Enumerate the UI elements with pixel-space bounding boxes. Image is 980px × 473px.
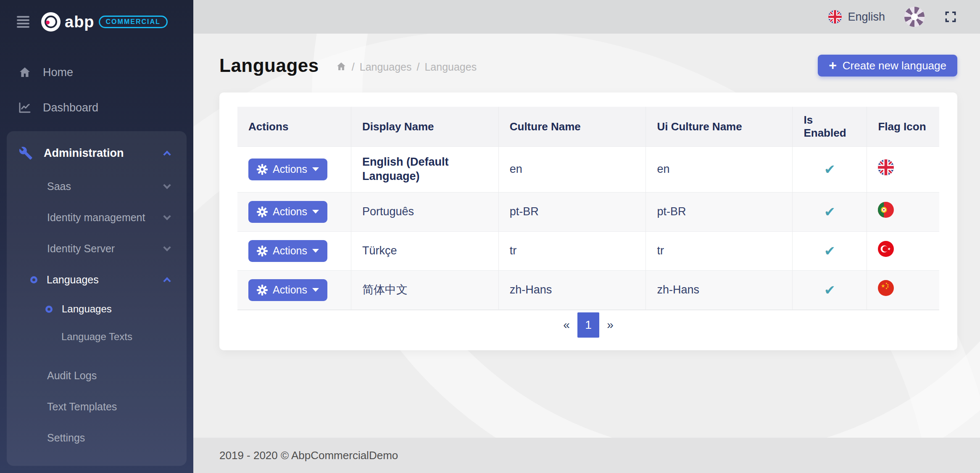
sidebar-item-label: Settings xyxy=(47,432,85,444)
sidebar-item-label: Home xyxy=(43,66,73,79)
uk-flag-icon xyxy=(828,10,842,24)
administration-group: Administration Saas Identity management … xyxy=(7,131,187,466)
actions-button-label: Actions xyxy=(273,206,307,218)
sidebar-item-text-templates[interactable]: Text Templates xyxy=(7,391,187,422)
sidebar-nav: Home Dashboard Administration xyxy=(0,44,193,466)
home-icon xyxy=(18,66,32,79)
sidebar-item-label: Text Templates xyxy=(47,401,117,413)
previous-page-button[interactable]: « xyxy=(556,312,577,338)
sidebar-item-languages[interactable]: Languages xyxy=(7,264,187,295)
actions-button-label: Actions xyxy=(273,245,307,257)
cell-culture-name: zh-Hans xyxy=(498,270,646,309)
row-actions-button[interactable]: Actions xyxy=(248,240,327,262)
wrench-icon xyxy=(18,146,33,160)
enabled-check-icon: ✔ xyxy=(824,283,835,298)
language-label: English xyxy=(848,11,885,24)
languages-table-card: Actions Display Name Culture Name Ui Cul… xyxy=(219,92,957,350)
create-button-label: Create new language xyxy=(843,59,946,72)
languages-table: Actions Display Name Culture Name Ui Cul… xyxy=(237,107,939,310)
column-header-flag-icon: Flag Icon xyxy=(867,107,939,147)
sidebar-item-identity-management[interactable]: Identity management xyxy=(7,202,187,233)
cell-display-name: 简体中文 xyxy=(351,270,499,309)
cell-display-name: English (Default Language) xyxy=(362,156,449,182)
sidebar-item-languages-child[interactable]: Languages xyxy=(7,295,187,323)
sidebar-item-settings[interactable]: Settings xyxy=(7,422,187,453)
table-row: Actions Türkçe tr tr ✔ xyxy=(237,231,939,270)
abp-logo[interactable]: abp COMMERCIAL xyxy=(41,12,168,32)
caret-down-icon xyxy=(312,249,319,253)
portugal-flag-icon xyxy=(878,202,894,218)
gear-icon xyxy=(257,246,268,256)
active-bullet-icon xyxy=(30,276,37,283)
dashboard-chart-icon xyxy=(18,101,32,114)
cell-ui-culture-name: tr xyxy=(646,231,793,270)
table-row: Actions 简体中文 zh-Hans zh-Hans ✔ xyxy=(237,270,939,309)
table-row: Actions English (Default Language) en en… xyxy=(237,147,939,193)
enabled-check-icon: ✔ xyxy=(824,162,835,177)
topbar: English xyxy=(193,0,980,34)
sidebar-item-audit-logs[interactable]: Audit Logs xyxy=(7,360,187,391)
app-root: abp COMMERCIAL Home Dashboard xyxy=(0,0,980,473)
sidebar-item-label: Language Texts xyxy=(61,331,132,343)
column-header-is-enabled: Is Enabled xyxy=(793,107,867,147)
logo-badge: COMMERCIAL xyxy=(99,16,168,28)
sidebar-item-administration[interactable]: Administration xyxy=(7,135,187,171)
cell-ui-culture-name: zh-Hans xyxy=(646,270,793,309)
page-1-button[interactable]: 1 xyxy=(577,312,599,338)
row-actions-button[interactable]: Actions xyxy=(248,279,327,301)
abp-logo-icon xyxy=(41,12,61,32)
gear-icon xyxy=(257,206,268,217)
cell-ui-culture-name: pt-BR xyxy=(646,192,793,231)
fullscreen-icon[interactable] xyxy=(944,10,957,24)
page-title: Languages xyxy=(219,55,319,76)
enabled-check-icon: ✔ xyxy=(824,204,835,219)
page-header: Languages / Languages / Languages + Crea… xyxy=(219,55,957,77)
caret-down-icon xyxy=(312,167,319,171)
caret-down-icon xyxy=(312,210,319,214)
sidebar-item-language-texts[interactable]: Language Texts xyxy=(7,323,187,351)
table-row: Actions Português pt-BR pt-BR ✔ xyxy=(237,192,939,231)
breadcrumb-item[interactable]: Languages xyxy=(360,61,412,73)
main-area: English Languages / Languages / Language… xyxy=(193,0,980,473)
sidebar-item-label: Identity management xyxy=(47,211,145,224)
sidebar-item-label: Dashboard xyxy=(43,101,98,114)
cell-culture-name: pt-BR xyxy=(498,192,646,231)
sidebar-item-identity-server[interactable]: Identity Server xyxy=(7,233,187,264)
united-kingdom-flag-icon xyxy=(878,159,894,175)
create-new-language-button[interactable]: + Create new language xyxy=(818,55,957,77)
brand-row: abp COMMERCIAL xyxy=(0,0,193,44)
sidebar-item-home[interactable]: Home xyxy=(0,55,193,90)
breadcrumb-separator: / xyxy=(352,61,355,73)
sidebar-item-saas[interactable]: Saas xyxy=(7,171,187,202)
cell-display-name: Português xyxy=(351,192,499,231)
chevron-down-icon xyxy=(163,212,171,220)
copyright-text: 2019 - 2020 © AbpCommercialDemo xyxy=(219,449,398,462)
table-header-row: Actions Display Name Culture Name Ui Cul… xyxy=(237,107,939,147)
language-switcher[interactable]: English xyxy=(828,10,885,24)
enabled-check-icon: ✔ xyxy=(824,243,835,259)
sidebar-item-label: Identity Server xyxy=(47,243,115,255)
sidebar-item-label: Languages xyxy=(47,274,99,286)
next-page-button[interactable]: » xyxy=(599,312,621,338)
actions-button-label: Actions xyxy=(273,284,307,296)
sidebar-item-label: Administration xyxy=(44,147,124,160)
gear-icon xyxy=(257,164,268,175)
menu-toggle-icon[interactable] xyxy=(17,14,29,29)
user-avatar[interactable] xyxy=(904,7,925,27)
sidebar: abp COMMERCIAL Home Dashboard xyxy=(0,0,193,473)
column-header-actions: Actions xyxy=(237,107,351,147)
china-flag-icon xyxy=(878,280,894,296)
breadcrumb-item[interactable]: Languages xyxy=(424,61,477,73)
chevron-down-icon xyxy=(163,181,171,189)
sidebar-item-dashboard[interactable]: Dashboard xyxy=(0,90,193,125)
sidebar-item-label: Languages xyxy=(62,303,112,315)
breadcrumb-home-icon[interactable] xyxy=(336,62,347,72)
cell-culture-name: en xyxy=(498,147,646,193)
row-actions-button[interactable]: Actions xyxy=(248,159,327,180)
caret-down-icon xyxy=(312,288,319,292)
chevron-up-icon xyxy=(163,151,171,158)
row-actions-button[interactable]: Actions xyxy=(248,201,327,223)
chevron-down-icon xyxy=(163,243,171,251)
pagination: « 1 » xyxy=(237,310,939,340)
turkey-flag-icon xyxy=(878,241,894,257)
